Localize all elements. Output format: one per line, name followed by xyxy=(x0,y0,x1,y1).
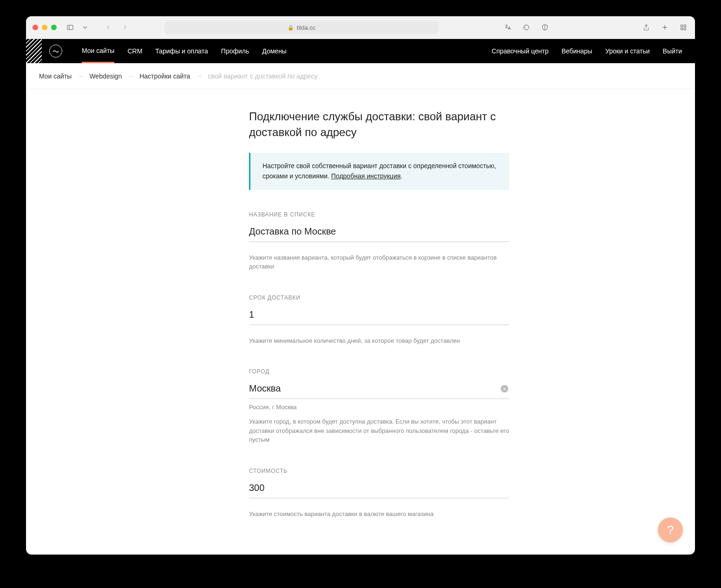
page-title: Подключение службы доставки: свой вариан… xyxy=(249,109,509,140)
field-hint: Укажите город, в котором будет доступна … xyxy=(249,417,509,444)
reload-icon[interactable] xyxy=(521,22,531,33)
nav-profile[interactable]: Профиль xyxy=(221,39,249,63)
field-name: НАЗВАНИЕ В СПИСКЕ Укажите название вариа… xyxy=(249,211,509,271)
callout-link[interactable]: Подробная инструкция xyxy=(331,172,400,180)
nav-tariffs[interactable]: Тарифы и оплата xyxy=(155,39,208,63)
svg-rect-5 xyxy=(681,25,683,27)
minimize-window-button[interactable] xyxy=(42,25,47,30)
field-duration: СРОК ДОСТАВКИ Укажите минимальное количе… xyxy=(249,294,509,346)
forward-button[interactable] xyxy=(120,22,130,33)
url-text: tilda.cc xyxy=(297,24,315,31)
sidebar-toggle-icon[interactable] xyxy=(65,22,75,33)
city-input[interactable] xyxy=(249,380,509,399)
field-label: ГОРОД xyxy=(249,368,509,375)
breadcrumb-current: свой вариант с доставкой по адресу xyxy=(208,72,317,80)
clear-icon[interactable]: ✕ xyxy=(501,385,508,392)
close-window-button[interactable] xyxy=(33,25,38,30)
arrow-right-icon: → xyxy=(127,72,134,80)
field-hint: Укажите название варианта, который будет… xyxy=(249,253,509,271)
tilda-logo[interactable] xyxy=(49,45,62,58)
nav-webinars[interactable]: Вебинары xyxy=(562,47,592,55)
chevron-down-icon[interactable] xyxy=(80,22,90,33)
share-icon[interactable] xyxy=(641,22,651,33)
arrow-right-icon: → xyxy=(196,72,202,80)
nav-my-sites[interactable]: Мои сайты xyxy=(82,39,114,63)
breadcrumb: Мои сайты → Webdesign → Настройки сайта … xyxy=(26,63,695,89)
svg-rect-7 xyxy=(681,28,683,30)
breadcrumb-item[interactable]: Мои сайты xyxy=(39,72,72,80)
price-input[interactable] xyxy=(249,480,509,498)
svg-rect-8 xyxy=(684,28,686,30)
lock-icon: 🔒 xyxy=(288,25,294,31)
traffic-lights xyxy=(33,25,57,30)
field-hint: Укажите минимальное количество дней, за … xyxy=(249,336,509,346)
name-input[interactable] xyxy=(249,223,509,242)
nav-left: Мои сайты CRM Тарифы и оплата Профиль До… xyxy=(82,39,287,63)
browser-window: 🔒 tilda.cc xyxy=(26,16,695,555)
url-bar[interactable]: 🔒 tilda.cc xyxy=(164,21,439,34)
content-area: Подключение службы доставки: свой вариан… xyxy=(26,89,695,555)
zigzag-decoration xyxy=(26,39,42,63)
nav-crm[interactable]: CRM xyxy=(127,39,142,63)
duration-input[interactable] xyxy=(249,307,509,325)
back-button[interactable] xyxy=(103,22,113,33)
nav-help-center[interactable]: Справочный центр xyxy=(492,47,548,55)
breadcrumb-item[interactable]: Настройки сайта xyxy=(139,72,190,80)
field-label: СТОИМОСТЬ xyxy=(249,468,509,474)
question-mark-icon: ? xyxy=(667,523,674,537)
translate-icon[interactable] xyxy=(503,22,513,33)
field-city: ГОРОД ✕ Россия, г Москва Укажите город, … xyxy=(249,368,509,444)
field-hint: Укажите стоимость варианта доставки в ва… xyxy=(249,510,509,519)
info-callout: Настройте свой собственный вариант доста… xyxy=(249,153,509,189)
field-price: СТОИМОСТЬ Укажите стоимость варианта дос… xyxy=(249,468,509,519)
nav-logout[interactable]: Выйти xyxy=(663,47,682,55)
shield-icon[interactable] xyxy=(540,22,550,33)
arrow-right-icon: → xyxy=(77,72,84,80)
delivery-form: Подключение службы доставки: свой вариан… xyxy=(249,109,509,518)
svg-rect-0 xyxy=(67,25,73,29)
browser-chrome: 🔒 tilda.cc xyxy=(26,16,695,39)
city-resolved: Россия, г Москва xyxy=(249,404,509,411)
field-label: СРОК ДОСТАВКИ xyxy=(249,294,509,301)
nav-right: Справочный центр Вебинары Уроки и статьи… xyxy=(492,47,682,55)
tabs-grid-icon[interactable] xyxy=(678,22,688,33)
maximize-window-button[interactable] xyxy=(51,25,57,30)
field-label: НАЗВАНИЕ В СПИСКЕ xyxy=(249,211,509,218)
breadcrumb-item[interactable]: Webdesign xyxy=(89,72,122,80)
nav-domains[interactable]: Домены xyxy=(262,39,287,63)
app-header: Мои сайты CRM Тарифы и оплата Профиль До… xyxy=(26,39,695,63)
nav-lessons[interactable]: Уроки и статьи xyxy=(605,47,650,55)
svg-rect-6 xyxy=(684,25,686,27)
new-tab-icon[interactable] xyxy=(660,22,670,33)
help-button[interactable]: ? xyxy=(658,517,683,542)
callout-after: . xyxy=(400,172,402,180)
